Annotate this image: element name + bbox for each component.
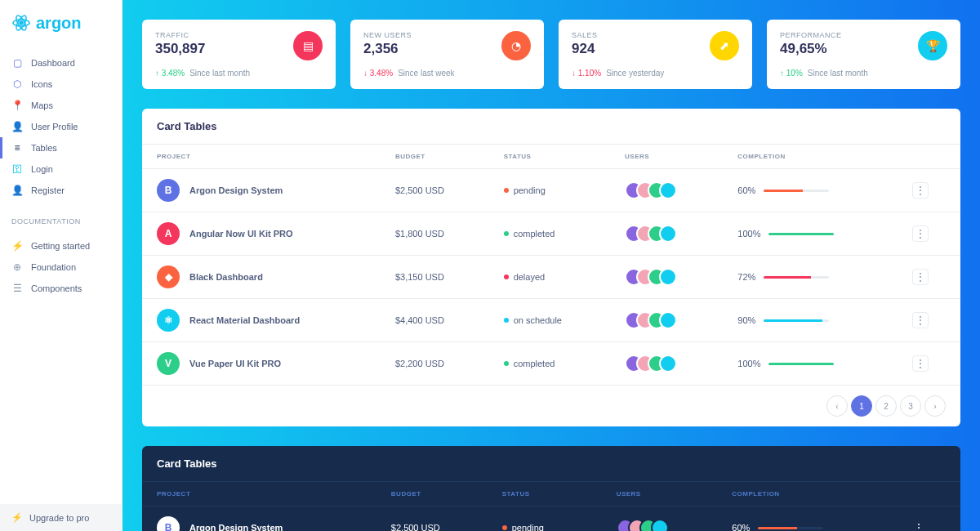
completion-pct: 90%	[737, 315, 755, 325]
arrow-down-icon: ↓ 1.10%	[572, 69, 601, 78]
page-button[interactable]: ‹	[826, 395, 848, 417]
sidebar-item-icons[interactable]: ⬡Icons	[0, 74, 122, 95]
stat-icon: 🏆	[918, 31, 947, 60]
page-button[interactable]: 3	[900, 395, 921, 417]
sidebar-item-label: Login	[31, 164, 53, 174]
doc-item-components[interactable]: ☰Components	[0, 278, 122, 299]
progress-bar	[758, 527, 823, 529]
status-dot	[504, 231, 509, 236]
nav-icon: ▢	[11, 57, 23, 69]
avatar	[659, 311, 677, 329]
doc-icon: ☰	[11, 283, 23, 294]
user-avatars[interactable]	[625, 225, 708, 243]
doc-icon: ⊕	[11, 261, 23, 273]
project-name: Angular Now UI Kit PRO	[189, 229, 293, 239]
progress-bar	[764, 319, 829, 322]
project-name: Argon Design System	[189, 185, 283, 195]
stat-card-sales: SALES 924 ⬈ ↓ 1.10% Since yesterday	[559, 20, 752, 89]
stat-since: Since yesterday	[606, 69, 664, 78]
project-name: React Material Dashboard	[189, 315, 300, 325]
col-project: PROJECT	[142, 145, 381, 169]
progress-bar	[764, 190, 829, 192]
sidebar-item-label: Icons	[31, 79, 52, 89]
stat-since: Since last week	[398, 69, 454, 78]
status-text: on schedule	[514, 315, 562, 325]
row-menu-button[interactable]: ⋮	[912, 269, 929, 285]
page-button[interactable]: ›	[924, 395, 946, 417]
project-name: Black Dashboard	[189, 272, 263, 282]
sidebar-item-label: Dashboard	[31, 58, 75, 68]
user-avatars[interactable]	[625, 311, 708, 329]
project-icon: ◆	[157, 266, 180, 288]
bolt-icon: ⚡	[11, 512, 23, 523]
user-avatars[interactable]	[617, 519, 703, 531]
col-status: STATUS	[489, 145, 610, 169]
nav-icon: ⬡	[11, 78, 23, 90]
table-row: VVue Paper UI Kit PRO $2,200 USD complet…	[142, 342, 960, 386]
sidebar-item-register[interactable]: 👤Register	[0, 180, 122, 201]
project-icon: B	[157, 516, 180, 531]
card-tables-dark: Card Tables PROJECT BUDGET STATUS USERS …	[142, 446, 960, 531]
completion-pct: 100%	[737, 359, 760, 368]
status-text: completed	[514, 359, 555, 368]
table-row: ◆Black Dashboard $3,150 USD delayed 72% …	[142, 256, 960, 299]
upgrade-button[interactable]: ⚡ Upgrade to pro	[0, 504, 122, 531]
user-avatars[interactable]	[625, 355, 708, 373]
brand-text: argon	[36, 14, 82, 33]
row-menu-button[interactable]: ⋮	[912, 182, 929, 199]
stat-icon: ▤	[293, 31, 323, 60]
project-icon: ⚛	[157, 309, 180, 332]
nav-icon: 👤	[11, 121, 23, 132]
sidebar-item-tables[interactable]: ≡Tables	[0, 137, 122, 158]
budget-cell: $3,150 USD	[381, 256, 489, 299]
card-title: Card Tables	[142, 446, 960, 481]
stat-card-performance: PERFORMANCE 49,65% 🏆 ↑ 10% Since last mo…	[767, 20, 960, 89]
row-menu-button[interactable]: ⋮	[912, 225, 929, 242]
stat-icon: ⬈	[710, 31, 739, 60]
doc-item-foundation[interactable]: ⊕Foundation	[0, 257, 122, 278]
sidebar-item-login[interactable]: ⚿Login	[0, 158, 122, 180]
stat-card-new-users: NEW USERS 2,356 ◔ ↓ 3.48% Since last wee…	[350, 20, 544, 89]
brand-logo[interactable]: argon	[0, 0, 122, 46]
stat-since: Since last month	[808, 69, 868, 78]
budget-cell: $1,800 USD	[381, 212, 489, 256]
sidebar-item-maps[interactable]: 📍Maps	[0, 95, 122, 116]
user-avatars[interactable]	[625, 181, 708, 199]
col-users: USERS	[610, 145, 723, 169]
nav-icon: ≡	[11, 142, 23, 154]
sidebar-item-dashboard[interactable]: ▢Dashboard	[0, 52, 122, 74]
doc-item-label: Getting started	[31, 241, 90, 251]
table-row: BArgon Design System $2,500 USD pending …	[142, 169, 960, 212]
sidebar-item-label: User Profile	[31, 122, 78, 132]
stat-label: PERFORMANCE	[780, 31, 842, 39]
stat-icon: ◔	[501, 31, 531, 60]
stat-value: 2,356	[363, 41, 412, 57]
doc-item-label: Components	[31, 283, 82, 293]
arrow-up-icon: ↑ 10%	[780, 69, 803, 78]
progress-bar	[764, 276, 829, 279]
stat-label: SALES	[572, 31, 598, 39]
row-menu-button[interactable]: ⋮	[912, 312, 929, 328]
row-menu-button[interactable]: ⋮	[912, 355, 929, 372]
progress-bar	[768, 363, 834, 365]
table-row: ⚛React Material Dashboard $4,400 USD on …	[142, 299, 960, 342]
doc-heading: DOCUMENTATION	[0, 207, 122, 229]
svg-point-0	[20, 21, 23, 25]
budget-cell: $4,400 USD	[381, 299, 489, 342]
doc-item-getting-started[interactable]: ⚡Getting started	[0, 235, 122, 257]
status-dot	[504, 188, 509, 193]
budget-cell: $2,200 USD	[381, 342, 489, 386]
table-row: AAngular Now UI Kit PRO $1,800 USD compl…	[142, 212, 960, 256]
page-button[interactable]: 1	[851, 395, 872, 417]
stat-label: TRAFFIC	[155, 31, 205, 39]
stat-label: NEW USERS	[363, 31, 412, 39]
project-name: Argon Design System	[189, 523, 283, 531]
avatar	[659, 268, 677, 286]
completion-pct: 100%	[737, 229, 760, 239]
row-menu-button[interactable]: ⋮	[911, 520, 927, 531]
page-button[interactable]: 2	[875, 395, 897, 417]
user-avatars[interactable]	[625, 268, 708, 286]
status-dot	[504, 274, 509, 279]
status-dot	[502, 525, 507, 530]
sidebar-item-user-profile[interactable]: 👤User Profile	[0, 116, 122, 137]
